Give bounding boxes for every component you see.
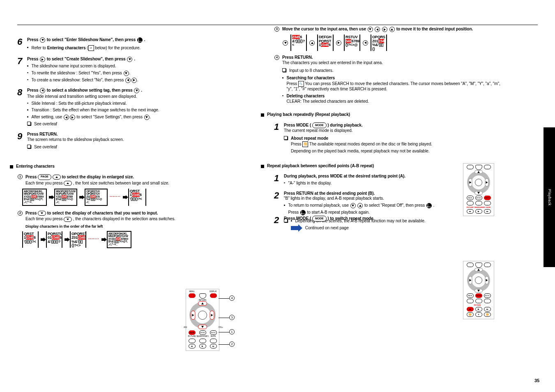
- remote-small-2: PAGE MODE MUTE PICTURE ⏮ ▶ ⏭ ⏪ ⏸: [463, 261, 494, 319]
- icon-button: [467, 165, 474, 169]
- step7-b3a: To create a new slideshow: Select "No", …: [32, 78, 125, 82]
- arrow-right-icon: [64, 238, 68, 241]
- char-grid: OPQRSTUZ012345678%&'()[]{}?<>: [70, 231, 86, 248]
- step6-text-b: to select "Enter Slideshow Name", then p…: [47, 37, 137, 42]
- step-number: 1: [274, 122, 284, 155]
- continued-arrow-icon: [291, 226, 299, 230]
- step7-text-b: to select "Create Slideshow", then press: [47, 57, 127, 61]
- left-column: 6 Press to select "Enter Slideshow Name"…: [17, 37, 243, 251]
- right-button-icon: [40, 57, 45, 62]
- step8-bi-ca: After setting, use: [32, 115, 63, 119]
- icon-button: ▶: [475, 307, 482, 311]
- icon-button: [484, 201, 491, 205]
- down-chevron-button: [38, 211, 46, 216]
- icon-button: [467, 299, 474, 303]
- ec4-a: Press RETURN.: [282, 55, 504, 60]
- ab-sub-aa: To return to normal playback, use: [288, 203, 350, 208]
- circled-number: 3: [274, 27, 279, 32]
- arrow-right-icon: [49, 196, 52, 198]
- char-grid: 23456&'()[]{}?<: [290, 35, 307, 51]
- up-button-icon: [389, 27, 395, 32]
- char-grid: ABCDEFGHIJKLMNOPQRSTUVWXYZ0123456789!#$%…: [107, 231, 131, 248]
- note-icon: [284, 136, 288, 140]
- enter-button-icon: [426, 203, 432, 208]
- step-number: 9: [17, 132, 27, 152]
- step7-b1: The slideshow name input screen is displ…: [32, 64, 116, 69]
- entering-characters-title: Entering characters: [16, 164, 55, 169]
- scroll-title-1: Display characters in the order of the f…: [25, 224, 243, 229]
- icon-button: PAGE: [467, 293, 474, 298]
- icon-button: [484, 299, 491, 303]
- icon-button: [484, 263, 491, 267]
- down-button-icon: [368, 27, 373, 32]
- step7-b2a: To rewrite the slideshow : Select "Yes",…: [32, 71, 123, 75]
- heading-marker-icon: [10, 165, 13, 168]
- down-chevron-button: [64, 217, 72, 222]
- ec-step-3: 3 Move the cursor to the input area, the…: [274, 27, 504, 53]
- ec-b-b-body: You can press SEARCH to move the selecte…: [287, 81, 500, 91]
- prev-button-icon: ⏮: [189, 344, 196, 348]
- ab-title: Repeat playback between specified points…: [267, 164, 374, 169]
- icon-button: MODE: [475, 293, 482, 298]
- icon-button: [475, 299, 482, 303]
- r-b-b: Depending on the played back media, repe…: [291, 149, 430, 154]
- step7-b2b: .: [129, 71, 131, 75]
- icon-button: MODE: [475, 196, 482, 200]
- r1-a: Press MODE (: [284, 123, 311, 127]
- left-button-icon: [64, 115, 69, 120]
- step8-line2: The slide interval and transition settin…: [27, 94, 243, 99]
- repeat-step-2: 2 Press MODE ( MODE ) to switch repeat m…: [274, 216, 430, 225]
- ec-bullets: Input up to 8 characters. Searching for …: [282, 68, 504, 104]
- r2-b: ) to switch repeat mode.: [327, 216, 374, 221]
- ec-step-4: 4 Press RETURN. The characters you selec…: [274, 55, 504, 66]
- step-9: 9 Press RETURN. The screen returns to th…: [17, 132, 243, 152]
- step7-b3b: .: [137, 78, 138, 82]
- ec4-sub: The characters you select are entered in…: [282, 60, 504, 66]
- right-column: 3 Move the cursor to the input area, the…: [274, 27, 504, 236]
- step7-text-c: .: [134, 57, 135, 61]
- step8-bi-cc: .: [150, 115, 151, 119]
- arrow-right-icon: [79, 196, 83, 198]
- arrow-right-icon: [41, 238, 44, 241]
- right-button-icon: [70, 115, 75, 120]
- step-number: 6: [17, 37, 27, 53]
- next-button-icon: ⏭: [210, 344, 217, 348]
- heading-marker-icon: [261, 165, 264, 168]
- icon-button: ▶: [475, 209, 482, 214]
- blank-button-icon: [199, 293, 206, 299]
- page-number: 35: [534, 378, 539, 384]
- repeat-title: Playing back repeatedly (Repeat playback…: [267, 112, 350, 118]
- circled-number: 4: [274, 55, 279, 60]
- down-button-icon: [134, 88, 139, 93]
- right-button-icon: [131, 78, 137, 83]
- ab3-sub: "B" lights in the display, and A-B repea…: [284, 196, 440, 201]
- enter-button-icon: [40, 37, 45, 43]
- step6-text-a: Press: [27, 37, 39, 42]
- ec3-a: Move the cursor to the input area, then …: [282, 27, 367, 31]
- left-button-icon: [125, 78, 131, 83]
- ec1-a: Press: [25, 174, 38, 179]
- right-button-icon: [336, 40, 341, 46]
- step8-bi-b: Transition : Sets the effect when the im…: [32, 108, 159, 113]
- icon-button: ⏩: [484, 312, 491, 317]
- input-position-diagram: 23456&'()[]{}?< DEFGHPQRST123456 RSTUV34…: [282, 35, 504, 51]
- ab1-a: During playback, press MODE at the desir…: [284, 174, 440, 179]
- ec2-b: to select the display of characters that…: [47, 211, 158, 215]
- down-button-icon: [124, 71, 129, 76]
- search-icon: 🔍: [298, 81, 304, 87]
- r-b-a-label: About repeat mode: [291, 136, 328, 141]
- input-button-icon: [199, 339, 206, 343]
- ec1-note2: , the font size switches between large a…: [73, 181, 169, 185]
- char-grid: ABCDEFGHIJKLMNOPQRSTUVWXYZ0123456789!#$%…: [22, 189, 47, 206]
- callout-2: 2: [229, 341, 235, 347]
- icon-button: ⏭: [484, 209, 491, 214]
- rec-button-icon: [189, 339, 196, 343]
- callout-3: 3: [229, 315, 235, 320]
- icon-button: MUTE: [484, 196, 491, 200]
- entering-characters-heading: Entering characters: [10, 164, 243, 169]
- circled-number: 2: [18, 211, 23, 216]
- mute-button-icon: MUTE: [210, 330, 217, 335]
- dpad-icon: [467, 171, 490, 194]
- step8-bi-a: Slide Interval : Sets the still-picture …: [32, 101, 127, 106]
- play-button-icon: ▶: [199, 344, 206, 348]
